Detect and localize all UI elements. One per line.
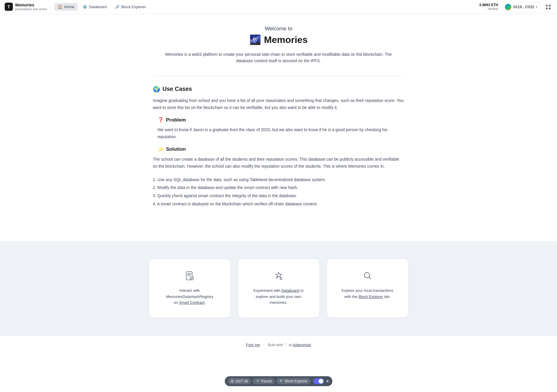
use-cases-heading: 🌍 Use Cases	[153, 86, 404, 93]
memories-registry-name: MemoriesDataHashRegistry	[166, 294, 213, 299]
use-cases-section: 🌍 Use Cases Imagine graduating from scho…	[153, 86, 404, 208]
nav-link-block-explorer[interactable]: 🔗 Block Explorer	[111, 3, 149, 11]
nav-label-block-explorer: Block Explorer	[121, 5, 146, 9]
problem-heading-text: Problem	[166, 117, 186, 123]
solution-heading: ✨ Solution	[158, 146, 404, 152]
brand: T Memories personalized side chains	[5, 3, 47, 11]
nav-label-databoard: Databoard	[89, 5, 107, 9]
solution-text: The school can create a database of all …	[153, 156, 404, 170]
brand-icon: T	[5, 3, 13, 11]
card-databoard: Experiment with Databoard to explore and…	[238, 259, 320, 318]
svg-rect-0	[546, 5, 548, 6]
use-cases-heading-text: Use Cases	[163, 86, 192, 92]
svg-point-7	[364, 273, 370, 278]
databoard-link[interactable]: Databoard	[282, 288, 299, 293]
svg-rect-3	[549, 8, 551, 9]
card-contract-text: Interact with MemoriesDataHashRegistry o…	[166, 288, 213, 306]
nav-link-databoard[interactable]: ⚙️ Databoard	[79, 3, 110, 11]
toolbar-block-explorer-chip[interactable]: 🔍 Block Explorer	[276, 378, 310, 384]
wallet-address: 0X18...C032	[513, 5, 534, 9]
footer: Fork me · Built with ♡ at Adanomad	[0, 335, 557, 354]
card-block-explorer-text: Explore your local transactions with the…	[342, 288, 393, 300]
navbar-right: 0.9893 ETH Hardhat 0X18...C032 ▾	[480, 2, 552, 12]
hero-title-text: Memories	[264, 34, 308, 45]
navbar-left: T Memories personalized side chains 🏠 Ho…	[5, 3, 149, 11]
block-explorer-tab-link[interactable]: Block Explorer	[358, 294, 383, 299]
cards-container: Interact with MemoriesDataHashRegistry o…	[132, 259, 425, 318]
use-cases-emoji: 🌍	[153, 86, 160, 93]
block-explorer-card-icon	[362, 270, 373, 283]
block-number-chip[interactable]: ⛓ 1627.38	[227, 378, 251, 384]
faucet-icon: 🚿	[256, 379, 260, 383]
card-block-explorer: Explore your local transactions with the…	[327, 259, 408, 318]
solution-heading-text: Solution	[166, 146, 186, 152]
adanomad-link[interactable]: Adanomad	[293, 343, 311, 347]
chain-icon: ⛓	[230, 379, 234, 383]
nav-label-home: Home	[64, 5, 75, 9]
step-3: 3. Quickly check against smart contract …	[153, 192, 404, 200]
svg-rect-2	[546, 8, 548, 9]
use-cases-intro: Imagine graduating from school and you h…	[153, 97, 404, 111]
theme-toggle: ☀	[313, 378, 330, 384]
search-icon: 🔍	[279, 379, 283, 383]
wallet-globe-icon	[505, 4, 511, 10]
toggle-knob	[319, 379, 323, 384]
problem-emoji: ❓	[158, 117, 164, 123]
toggle-switch[interactable]	[313, 378, 324, 384]
brand-title: Memories	[15, 3, 47, 8]
block-explorer-icon: 🔗	[115, 5, 120, 9]
toolbar-block-explorer-label: Block Explorer	[285, 379, 307, 383]
solution-emoji: ✨	[158, 146, 164, 152]
svg-point-6	[280, 278, 282, 280]
main-content: Welcome to 🌌 Memories Memories is a web3…	[147, 14, 410, 223]
hero-welcome: Welcome to	[153, 26, 404, 32]
smart-contract-link[interactable]: Smart Contract	[179, 300, 204, 305]
chevron-down-icon: ▾	[536, 5, 537, 8]
eth-info: 0.9893 ETH Hardhat	[480, 3, 498, 11]
problem-text: We want to know if Jason is a graduate f…	[158, 126, 404, 141]
svg-rect-1	[549, 5, 551, 6]
wallet-button[interactable]: 0X18...C032 ▾	[502, 2, 541, 12]
databoard-icon: ⚙️	[82, 5, 87, 9]
step-4: 4. A smart contract is deployed on the b…	[153, 200, 404, 208]
step-1: 1. Use any SQL database for the data, su…	[153, 176, 404, 184]
floating-toolbar: ⛓ 1627.38 🚿 Faucet 🔍 Block Explorer ☀	[225, 376, 332, 386]
step-2: 2. Modify the data in the database and u…	[153, 184, 404, 192]
card-contract: Interact with MemoriesDataHashRegistry o…	[149, 259, 231, 318]
contract-icon	[184, 270, 195, 283]
divider	[153, 76, 404, 76]
databoard-card-icon	[273, 270, 284, 283]
block-number-label: 1627.38	[235, 379, 248, 383]
brand-subtitle: personalized side chains	[15, 8, 47, 11]
hero-title: 🌌 Memories	[153, 34, 404, 45]
faucet-chip[interactable]: 🚿 Faucet	[253, 378, 275, 384]
hero-section: Welcome to 🌌 Memories Memories is a web3…	[153, 26, 404, 64]
solution-steps: 1. Use any SQL database for the data, su…	[153, 176, 404, 208]
card-databoard-text: Experiment with Databoard to explore and…	[254, 288, 303, 306]
problem-heading: ❓ Problem	[158, 117, 404, 123]
home-icon: 🏠	[58, 5, 63, 9]
hero-description: Memories is a web3 platform to create yo…	[165, 51, 393, 64]
cards-section: Interact with MemoriesDataHashRegistry o…	[0, 241, 557, 335]
fork-me-link[interactable]: Fork me	[246, 343, 260, 347]
brand-text: Memories personalized side chains	[15, 3, 47, 11]
memories-emoji: 🌌	[249, 34, 261, 45]
eth-network: Hardhat	[488, 7, 498, 11]
faucet-label: Faucet	[261, 379, 272, 383]
navbar: T Memories personalized side chains 🏠 Ho…	[0, 0, 557, 14]
built-with-text: Built with ♡ at	[268, 343, 293, 347]
eth-amount: 0.9893 ETH	[480, 3, 498, 7]
grid-icon[interactable]	[544, 3, 552, 11]
sun-icon: ☀	[326, 379, 330, 384]
nav-link-home[interactable]: 🏠 Home	[54, 3, 78, 11]
nav-links: 🏠 Home ⚙️ Databoard 🔗 Block Explorer	[54, 3, 149, 11]
